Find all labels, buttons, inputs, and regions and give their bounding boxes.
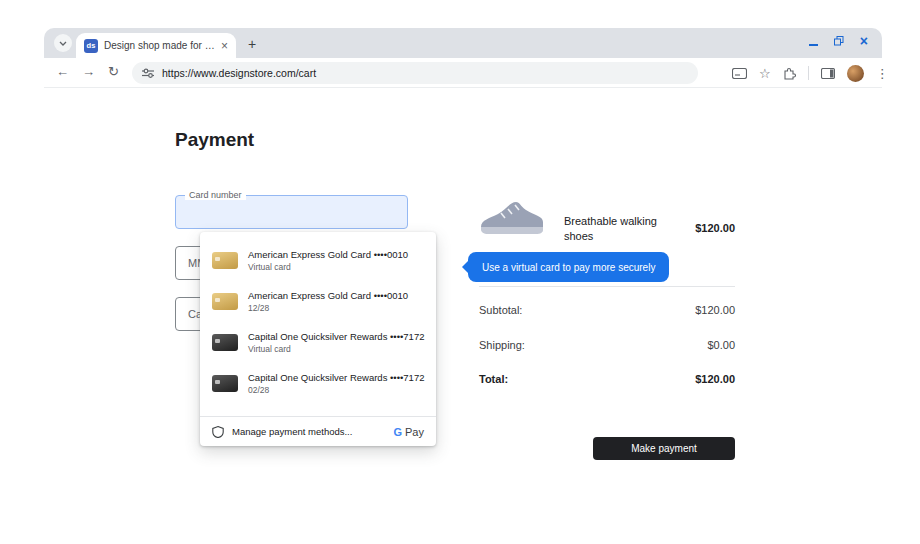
back-button[interactable]: ← (56, 64, 69, 79)
payment-card-icon[interactable] (732, 68, 747, 79)
restore-icon (834, 36, 844, 46)
profile-avatar[interactable] (847, 65, 864, 82)
subtotal-value: $120.00 (643, 304, 735, 316)
minimize-icon (809, 44, 818, 46)
credit-card-icon (212, 375, 238, 392)
window-controls: × (809, 32, 868, 50)
autofill-item[interactable]: American Express Gold Card ••••0010 12/2… (200, 281, 436, 322)
url-text: https://www.designstore.com/cart (162, 67, 316, 79)
virtual-card-tooltip: Use a virtual card to pay more securely (468, 252, 669, 282)
tab-title: Design shop made for you (104, 40, 215, 51)
close-button[interactable]: × (860, 34, 868, 48)
credit-card-icon (212, 334, 238, 351)
autofill-item[interactable]: Capital One Quicksilver Rewards ••••7172… (200, 322, 436, 363)
menu-dots-icon[interactable]: ⋮ (876, 66, 889, 81)
new-tab-button[interactable]: + (248, 36, 256, 52)
card-title: Capital One Quicksilver Rewards ••••7172 (248, 372, 424, 383)
toolbar-actions: ☆ ⋮ (732, 62, 889, 84)
autofill-item[interactable]: American Express Gold Card ••••0010 Virt… (200, 240, 436, 281)
credit-card-icon (212, 252, 238, 269)
chevron-down-icon (59, 41, 67, 46)
summary-divider (479, 286, 735, 287)
autofill-list: American Express Gold Card ••••0010 Virt… (200, 232, 436, 416)
subtotal-label: Subtotal: (479, 304, 522, 316)
card-subtitle: 12/28 (248, 303, 408, 313)
product-price: $120.00 (643, 222, 735, 234)
toolbar-separator (808, 66, 809, 80)
card-number-label: Card number (185, 190, 246, 200)
address-bar[interactable]: https://www.designstore.com/cart (132, 62, 698, 84)
card-number-field[interactable]: Card number (175, 195, 408, 229)
tab-close-icon[interactable]: × (221, 40, 228, 52)
card-subtitle: 02/28 (248, 385, 424, 395)
manage-payment-methods[interactable]: Manage payment methods... G Pay (200, 416, 436, 446)
side-panel-icon[interactable] (821, 68, 835, 79)
minimize-button[interactable] (809, 32, 818, 50)
forward-button[interactable]: → (82, 64, 95, 79)
reload-button[interactable]: ↻ (108, 64, 119, 79)
card-title: American Express Gold Card ••••0010 (248, 249, 408, 260)
credit-card-icon (212, 293, 238, 310)
card-subtitle: Virtual card (248, 262, 408, 272)
browser-window: ds Design shop made for you × + × ← → ↻ (44, 28, 882, 518)
make-payment-button[interactable]: Make payment (593, 437, 735, 460)
gpay-g: G (393, 426, 402, 438)
gpay-logo: G Pay (393, 426, 424, 438)
shipping-label: Shipping: (479, 339, 525, 351)
card-title: American Express Gold Card ••••0010 (248, 290, 408, 301)
bookmark-star-icon[interactable]: ☆ (759, 66, 771, 81)
browser-tab[interactable]: ds Design shop made for you × (76, 33, 236, 58)
tab-search-button[interactable] (54, 34, 72, 52)
extensions-icon[interactable] (783, 67, 796, 80)
shield-icon (212, 426, 224, 438)
tab-favicon: ds (84, 39, 98, 53)
restore-button[interactable] (834, 32, 844, 50)
gpay-pay: Pay (405, 426, 424, 438)
autofill-dropdown: American Express Gold Card ••••0010 Virt… (200, 232, 436, 446)
card-title: Capital One Quicksilver Rewards ••••7172 (248, 331, 424, 342)
tab-strip: ds Design shop made for you × + × (44, 28, 882, 58)
site-info-icon[interactable] (142, 68, 154, 78)
product-image-shoe (477, 197, 547, 239)
shipping-value: $0.00 (643, 339, 735, 351)
autofill-item[interactable]: Capital One Quicksilver Rewards ••••7172… (200, 363, 436, 404)
browser-toolbar: ← → ↻ https://www.designstore.com/cart ☆ (44, 58, 882, 88)
total-label: Total: (479, 373, 508, 385)
screen: ds Design shop made for you × + × ← → ↻ (0, 0, 920, 544)
total-value: $120.00 (643, 373, 735, 385)
page-title: Payment (175, 129, 254, 151)
manage-payment-label: Manage payment methods... (232, 426, 352, 437)
card-subtitle: Virtual card (248, 344, 424, 354)
